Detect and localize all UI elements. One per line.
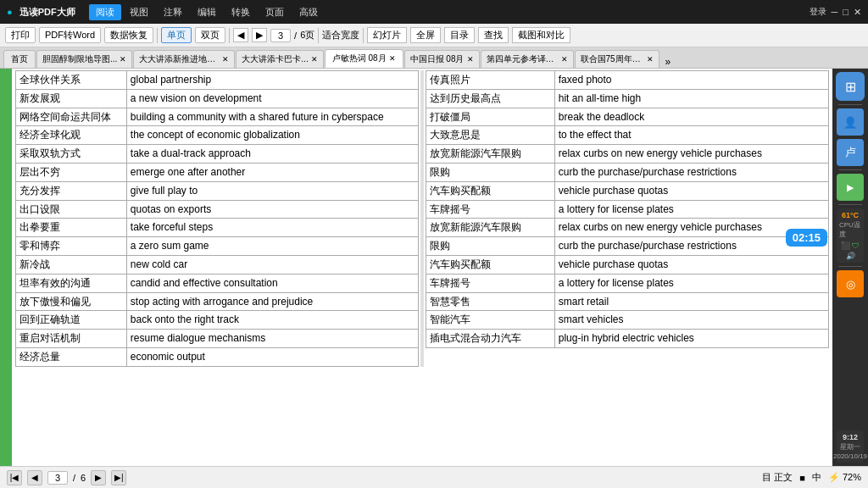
more-tabs-btn[interactable]: » (662, 56, 675, 68)
menu-read[interactable]: 阅读 (89, 4, 121, 20)
chinese-cell: 采取双轨方式 (16, 145, 127, 164)
bottom-page-input[interactable] (47, 471, 68, 485)
bottom-sep: / (73, 473, 75, 483)
english-cell: stop acting with arrogance and prejudice (126, 292, 418, 311)
bottom-bar: |◀ ◀ / 6 ▶ ▶| 目 正文 ■ 中 ⚡ 72% (0, 466, 868, 488)
table-row: 重启对话机制 resume dialogue mechanisms (16, 330, 419, 348)
table-row: 汽车购买配额 vehicle purchase quotas (426, 255, 829, 274)
tab-3[interactable]: 大大讲添卡巴卡... ✕ (236, 50, 323, 68)
fit-label: 适合宽度 (322, 29, 359, 42)
chinese-cell: 插电式混合动力汽车 (426, 330, 555, 348)
restore-btn[interactable]: □ (843, 7, 849, 17)
nav-next-pg[interactable]: ▶ (91, 470, 106, 485)
system-info: 61°C CPU温度 ⬛ 🛡 🔊 (837, 208, 864, 263)
tab-7-close[interactable]: ✕ (647, 55, 654, 64)
table-row: 充分发挥 give full play to (16, 181, 419, 200)
battery-icon: ⚡ 72% (828, 472, 861, 483)
menu-annotate[interactable]: 注释 (157, 4, 189, 20)
table-row: 车牌摇号 a lottery for license plates (426, 274, 829, 292)
tab-7[interactable]: 联合国75周年讲... ✕ (575, 50, 659, 68)
double-page-btn[interactable]: 双页 (195, 27, 225, 43)
chinese-cell: 出口设限 (16, 200, 127, 219)
close-btn[interactable]: ✕ (854, 7, 861, 18)
single-page-btn[interactable]: 单页 (161, 27, 192, 43)
bookmark-btn[interactable]: 目录 (444, 27, 475, 43)
tab-home[interactable]: 首页 (3, 50, 36, 68)
system-clock: 9:12 星期一 2020/10/19 (837, 430, 864, 463)
table-row: 回到正确轨道 back onto the right track (16, 311, 419, 330)
menu-convert[interactable]: 转换 (225, 4, 257, 20)
table-row: 出口设限 quotas on exports (16, 200, 419, 219)
tab-5-close[interactable]: ✕ (467, 55, 474, 64)
chinese-cell: 零和博弈 (16, 237, 127, 256)
print-btn[interactable]: 打印 (5, 27, 36, 43)
chinese-cell: 车牌摇号 (426, 274, 555, 292)
slide-btn[interactable]: 幻灯片 (367, 27, 407, 43)
nav-prev[interactable]: ◀ (233, 28, 248, 42)
english-cell: a new vision on development (126, 89, 418, 108)
chinese-cell: 出拳要重 (16, 219, 127, 237)
nav-last[interactable]: ▶| (111, 470, 126, 485)
bottom-total: 6 (81, 473, 86, 483)
tab-active[interactable]: 卢敏热词 08月 ✕ (325, 49, 403, 68)
tab-2-close[interactable]: ✕ (222, 55, 229, 64)
english-cell: smart retail (554, 292, 828, 311)
sys-icons: ⬛ 🛡 (841, 241, 860, 250)
app-title: 迅读PDF大师 (19, 6, 75, 19)
login-btn[interactable]: 登录 (810, 6, 826, 18)
toolbar: 打印 PDF转Word 数据恢复 单页 双页 ◀ ▶ / 6页 适合宽度 幻灯片… (0, 24, 868, 47)
table-row: 新发展观 a new vision on development (16, 89, 419, 108)
menu-edit[interactable]: 编辑 (191, 4, 223, 20)
nav-next[interactable]: ▶ (252, 28, 267, 42)
menu-advanced[interactable]: 高级 (292, 4, 325, 20)
tab-1-close[interactable]: ✕ (120, 55, 126, 64)
menu-page[interactable]: 页面 (259, 4, 291, 20)
os-icon-windows[interactable]: ⊞ (836, 72, 865, 101)
tab-3-close[interactable]: ✕ (311, 55, 318, 64)
chinese-cell: 新发展观 (16, 89, 127, 108)
tab-bar: 首页 胆固醇制限地导图... ✕ 大大讲添新推进地推... ✕ 大大讲添卡巴卡.… (0, 47, 868, 69)
minimize-btn[interactable]: ─ (832, 7, 838, 17)
fullscreen-btn[interactable]: 全屏 (410, 27, 441, 43)
chinese-cell: 新冷战 (16, 255, 127, 274)
chinese-cell: 网络空间命运共同体 (16, 108, 127, 126)
status-right: 目 正文 ■ 中 ⚡ 72% (762, 471, 861, 484)
tables-container: 全球伙伴关系 global partnership 新发展观 a new vis… (15, 70, 829, 367)
table-row: 插电式混合动力汽车 plug-in hybrid electric vehicl… (426, 330, 829, 348)
english-cell: take a dual-track approach (126, 145, 418, 164)
panel-divider (420, 70, 424, 367)
tab-5[interactable]: 中国日报 08月 ✕ (404, 50, 480, 68)
tab-6-close[interactable]: ✕ (561, 55, 568, 64)
english-cell: take forceful steps (126, 219, 418, 237)
sys-date: 2020/10/19 (833, 452, 867, 460)
tab-2[interactable]: 大大讲添新推进地推... ✕ (133, 50, 235, 68)
english-cell: faxed photo (554, 71, 828, 90)
chinese-cell: 全球伙伴关系 (16, 71, 127, 90)
tab-1[interactable]: 胆固醇制限地导图... ✕ (36, 50, 132, 68)
nav-first[interactable]: |◀ (7, 470, 22, 485)
nav-prev-pg[interactable]: ◀ (27, 470, 42, 485)
restore-btn[interactable]: 数据恢复 (104, 27, 153, 43)
os-icon-user2[interactable]: 卢 (837, 139, 864, 166)
os-icon-user[interactable]: 👤 (837, 108, 864, 136)
english-cell: back onto the right track (126, 311, 418, 330)
menu-view[interactable]: 视图 (123, 4, 155, 20)
sys-day: 星期一 (840, 442, 860, 452)
table-row: 放下傲慢和偏见 stop acting with arrogance and p… (16, 292, 419, 311)
chinese-cell: 传真照片 (426, 71, 555, 90)
os-icon-orange[interactable]: ◎ (837, 270, 864, 297)
page-input[interactable] (270, 29, 291, 42)
clock-badge: 02:15 (786, 229, 827, 247)
sys-time: 9:12 (843, 433, 858, 441)
find-btn[interactable]: 查找 (478, 27, 509, 43)
tab-6[interactable]: 第四单元参考译文... ✕ (481, 50, 574, 68)
table-row: 坦率有效的沟通 candid and effective consultatio… (16, 274, 419, 292)
table-row: 出拳要重 take forceful steps (16, 219, 419, 237)
pdf-to-word-btn[interactable]: PDF转Word (39, 27, 101, 43)
table-row: 新冷战 new cold car (16, 255, 419, 274)
tab-active-close[interactable]: ✕ (389, 54, 396, 63)
right-panel: 传真照片 faxed photo 达到历史最高点 hit an all-time… (426, 70, 829, 367)
os-icon-green[interactable]: ▶ (837, 174, 864, 201)
compare-btn[interactable]: 截图和对比 (512, 27, 570, 43)
chinese-cell: 汽车购买配额 (426, 255, 555, 274)
